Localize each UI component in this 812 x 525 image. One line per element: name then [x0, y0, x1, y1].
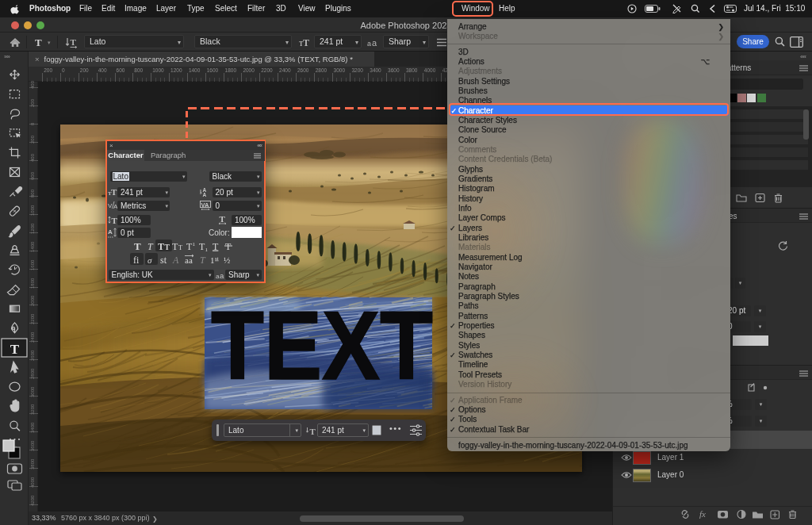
svg-text:T: T	[112, 215, 118, 224]
svg-text:T: T	[172, 241, 178, 252]
svg-text:½: ½	[224, 255, 230, 265]
svg-text:T: T	[134, 240, 141, 252]
svg-text:fx: fx	[699, 509, 706, 519]
svg-text:T: T	[303, 38, 309, 48]
svg-text:V: V	[108, 202, 113, 209]
svg-text:T: T	[165, 243, 170, 251]
svg-text:T: T	[310, 427, 316, 436]
svg-text:σ: σ	[147, 255, 152, 265]
svg-text:st: st	[215, 255, 219, 262]
svg-text:A: A	[108, 228, 113, 236]
svg-text:A: A	[203, 192, 207, 197]
svg-text:T: T	[10, 342, 20, 357]
svg-text:a: a	[372, 38, 377, 48]
svg-text:T: T	[213, 241, 219, 252]
svg-text:1: 1	[193, 241, 196, 247]
svg-text:T: T	[220, 215, 226, 224]
svg-text:VA: VA	[201, 201, 209, 208]
svg-text:T: T	[71, 37, 77, 47]
svg-text:A: A	[172, 255, 179, 266]
svg-text:st: st	[160, 255, 167, 266]
svg-text:1: 1	[205, 247, 209, 252]
svg-text:a: a	[367, 40, 371, 48]
svg-text:TEXT: TEXT	[211, 292, 433, 400]
svg-text:fi: fi	[133, 255, 140, 266]
svg-text:a: a	[220, 271, 224, 279]
svg-text:T: T	[158, 241, 164, 252]
svg-text:1: 1	[210, 255, 215, 265]
svg-text:T: T	[111, 187, 117, 196]
svg-text:T: T	[147, 241, 154, 252]
svg-text:aa: aa	[185, 255, 193, 265]
svg-text:T: T	[178, 243, 183, 251]
svg-text:T: T	[200, 255, 206, 266]
